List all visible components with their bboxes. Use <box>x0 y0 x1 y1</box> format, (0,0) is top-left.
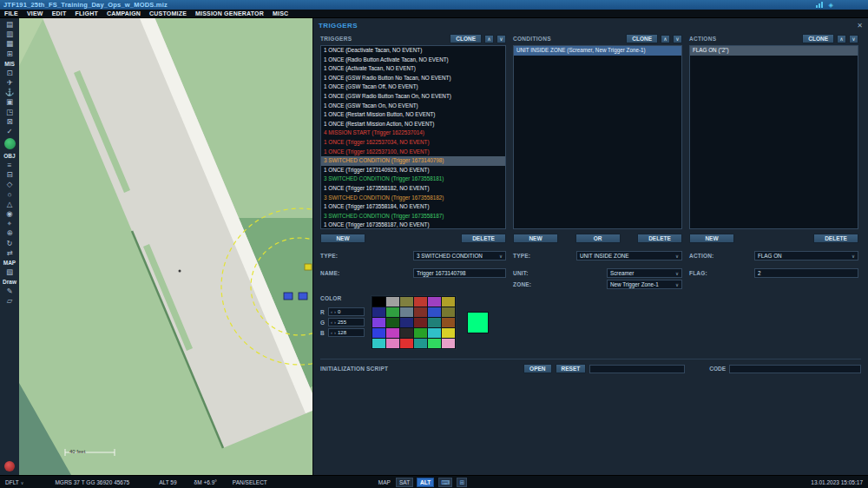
record-icon[interactable] <box>4 461 15 472</box>
save-mission-icon[interactable]: ▦ <box>0 39 19 49</box>
action-row[interactable]: FLAG ON ("2") <box>690 46 858 56</box>
palette-color-cell[interactable] <box>400 318 413 327</box>
palette-color-cell[interactable] <box>428 339 441 348</box>
coordinate-mode-selector[interactable]: DFLT∨ <box>5 479 23 485</box>
palette-color-cell[interactable] <box>372 339 385 348</box>
trigger-row[interactable]: 1 ONCE (Trigger 1673558184, NO EVENT) <box>321 202 505 212</box>
increment-icon[interactable]: › <box>334 320 336 325</box>
menu-item[interactable]: MISC <box>273 10 288 16</box>
palette-color-cell[interactable] <box>386 339 399 348</box>
list-icon[interactable]: ≡ <box>0 161 19 170</box>
open-mission-icon[interactable]: ▥ <box>0 30 19 39</box>
close-icon[interactable]: ✕ <box>857 23 863 30</box>
palette-color-cell[interactable] <box>372 307 385 317</box>
swap-icon[interactable]: ⇄ <box>0 248 19 258</box>
palette-color-cell[interactable] <box>428 307 441 317</box>
palette-color-cell[interactable] <box>400 297 413 307</box>
increment-icon[interactable]: › <box>334 309 336 314</box>
keyboard-icon[interactable]: ⌨ <box>438 478 452 487</box>
trigger-row[interactable]: 1 ONCE (GSW Tacan On, NO EVENT) <box>321 102 505 111</box>
goal-icon[interactable]: ✓ <box>0 127 19 136</box>
map-view[interactable]: 40 feet <box>19 18 312 475</box>
palette-color-cell[interactable] <box>442 297 455 307</box>
static-object-icon[interactable]: ◳ <box>0 108 19 117</box>
menu-item[interactable]: VIEW <box>27 10 43 16</box>
trigger-zone-icon[interactable]: ⊠ <box>0 117 19 127</box>
condition-zone-dropdown[interactable]: New Trigger Zone-1 ∨ <box>607 280 682 289</box>
target-icon[interactable]: ◉ <box>0 209 19 219</box>
condition-unit-dropdown[interactable]: Screamer ∨ <box>607 268 682 278</box>
trigger-row[interactable]: 1 ONCE (Trigger 1622537100, NO EVENT) <box>321 148 505 157</box>
palette-color-cell[interactable] <box>414 307 427 317</box>
palette-color-cell[interactable] <box>428 318 441 327</box>
decrement-icon[interactable]: ‹ <box>331 330 332 335</box>
ship-icon[interactable]: ⚓ <box>0 88 19 97</box>
new-trigger-button[interactable]: NEW <box>320 234 365 243</box>
new-action-button[interactable]: NEW <box>689 234 734 243</box>
condition-type-dropdown[interactable]: UNIT INSIDE ZONE ∨ <box>576 251 682 260</box>
trigger-row[interactable]: 3 SWITCHED CONDITION (Trigger 1673558181… <box>321 175 505 184</box>
conditions-list[interactable]: UNIT INSIDE ZONE (Screamer, New Trigger … <box>513 45 682 229</box>
clone-trigger-button[interactable]: CLONE <box>450 34 482 43</box>
palette-color-cell[interactable] <box>400 339 413 348</box>
menu-item[interactable]: MISSION GENERATOR <box>195 10 264 16</box>
increment-icon[interactable]: › <box>334 330 336 335</box>
delete-action-button[interactable]: DELETE <box>813 234 858 243</box>
init-script-field[interactable] <box>589 365 685 373</box>
trigger-row[interactable]: 1 ONCE (Deactivate Tacan, NO EVENT) <box>321 46 505 56</box>
open-script-button[interactable]: OPEN <box>523 364 551 373</box>
briefing-icon[interactable]: ⊡ <box>0 69 19 78</box>
trigger-type-dropdown[interactable]: 3 SWITCHED CONDITION ∨ <box>413 251 506 260</box>
palette-color-cell[interactable] <box>372 297 385 307</box>
trigger-name-input[interactable]: Trigger 1673140798 <box>413 268 506 278</box>
palette-color-cell[interactable] <box>414 339 427 348</box>
move-trigger-down-icon[interactable]: ∨ <box>496 35 506 43</box>
decrement-icon[interactable]: ‹ <box>331 309 332 314</box>
code-field[interactable] <box>729 365 861 373</box>
remove-icon[interactable]: ⊟ <box>0 170 19 180</box>
grid-icon[interactable]: ⊞ <box>457 478 467 487</box>
trigger-row[interactable]: 1 ONCE (Trigger 1622537034, NO EVENT) <box>321 138 505 148</box>
options-icon[interactable]: ⊞ <box>0 49 19 59</box>
clone-condition-button[interactable]: CLONE <box>626 34 658 43</box>
menu-item[interactable]: CAMPAIGN <box>107 10 141 16</box>
weather-icon[interactable] <box>4 138 16 149</box>
trigger-row[interactable]: 3 SWITCHED CONDITION (Trigger 1673558182… <box>321 194 505 203</box>
polygon-icon[interactable]: ▱ <box>0 296 19 306</box>
pencil-icon[interactable]: ✎ <box>0 287 19 296</box>
trigger-row[interactable]: 1 ONCE (Trigger 1673140923, NO EVENT) <box>321 166 505 175</box>
action-type-dropdown[interactable]: FLAG ON ∨ <box>754 251 858 260</box>
palette-color-cell[interactable] <box>428 328 441 338</box>
menu-item[interactable]: CUSTOMIZE <box>149 10 187 16</box>
palette-color-cell[interactable] <box>386 318 399 327</box>
palette-color-cell[interactable] <box>386 328 399 338</box>
add-object-icon[interactable]: ⊕ <box>0 228 19 238</box>
network-signal-icon[interactable] <box>816 2 823 8</box>
action-flag-input[interactable]: 2 <box>754 268 858 278</box>
palette-color-cell[interactable] <box>442 339 455 348</box>
trigger-row[interactable]: 1 ONCE (GSW Radio Button Tacan On, NO EV… <box>321 92 505 102</box>
circle-tool-icon[interactable]: ○ <box>0 190 19 200</box>
palette-color-cell[interactable] <box>372 328 385 338</box>
new-condition-button[interactable]: NEW <box>513 234 558 243</box>
map-layer-button[interactable]: MAP <box>378 479 391 485</box>
palette-color-cell[interactable] <box>372 318 385 327</box>
palette-color-cell[interactable] <box>400 328 413 338</box>
waypoint-icon[interactable]: ◇ <box>0 180 19 189</box>
new-mission-icon[interactable]: ▤ <box>0 20 19 30</box>
sat-layer-button[interactable]: SAT <box>396 478 413 487</box>
trigger-row[interactable]: 4 MISSION START (Trigger 1622537014) <box>321 129 505 138</box>
menu-item[interactable]: FILE <box>4 10 18 16</box>
move-condition-down-icon[interactable]: ∨ <box>673 35 682 43</box>
palette-color-cell[interactable] <box>442 328 455 338</box>
delete-condition-button[interactable]: DELETE <box>637 234 682 243</box>
trigger-row[interactable]: 1 ONCE (Trigger 1673558187, NO EVENT) <box>321 221 505 229</box>
clone-action-button[interactable]: CLONE <box>802 34 834 43</box>
layers-icon[interactable]: ▧ <box>0 267 19 277</box>
triangle-tool-icon[interactable]: △ <box>0 200 19 209</box>
palette-color-cell[interactable] <box>428 297 441 307</box>
move-trigger-up-icon[interactable]: ∧ <box>484 35 494 43</box>
refresh-icon[interactable]: ↻ <box>0 239 19 248</box>
trigger-row[interactable]: 1 ONCE (Trigger 1673558182, NO EVENT) <box>321 184 505 194</box>
menu-item[interactable]: EDIT <box>52 10 67 16</box>
